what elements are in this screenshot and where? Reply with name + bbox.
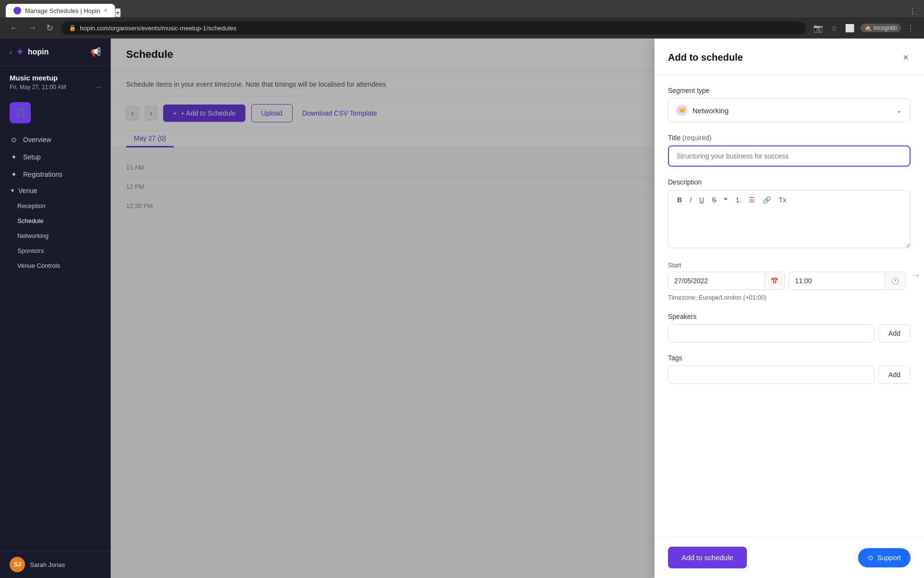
datetime-group: Start 📅 🕐 (668, 262, 911, 301)
active-tab[interactable]: Manage Schedules | Hopin × (6, 4, 115, 17)
sidebar-item-overview-label: Overview (23, 136, 51, 144)
tags-add-button[interactable]: Add (878, 366, 911, 384)
sidebar-item-venue-controls-label: Venue Controls (17, 262, 60, 269)
sidebar-item-networking[interactable]: Networking (0, 228, 111, 243)
blockquote-button[interactable]: ❝ (721, 194, 731, 206)
sidebar-item-overview[interactable]: ⊙ Overview (0, 131, 111, 148)
speakers-add-button[interactable]: Add (878, 324, 911, 342)
timezone-text: Timezone: Europe/London (+01:00) (668, 294, 911, 301)
sidebar-item-sponsors[interactable]: Sponsors (0, 243, 111, 258)
start-time-input[interactable] (789, 272, 885, 289)
italic-button[interactable]: I (687, 194, 694, 206)
start-time-wrap: 🕐 (789, 272, 906, 290)
speakers-label: Speakers (668, 313, 911, 320)
sidebar-header: ‹ ✦ hopin 📢 (0, 39, 111, 66)
more-options-icon[interactable]: ··· (96, 84, 101, 91)
description-textarea[interactable] (668, 210, 911, 248)
title-input[interactable] (668, 145, 911, 167)
forward-button[interactable]: → (26, 21, 38, 35)
support-button[interactable]: ⊙ Support (858, 548, 911, 567)
start-date-wrap: 📅 (668, 272, 785, 290)
segment-icon: 🤝 (676, 105, 688, 116)
datetime-row: Start 📅 🕐 (668, 262, 911, 290)
description-group: Description B I U S ❝ 1. ☰ 🔗 Tx (668, 178, 911, 250)
star-icon[interactable]: ☆ (829, 22, 839, 35)
sidebar-item-networking-label: Networking (17, 232, 49, 239)
sidebar-item-registrations[interactable]: ✦ Registrations (0, 166, 111, 183)
unordered-list-button[interactable]: ☰ (746, 194, 758, 206)
panel-footer: Add to schedule ⊙ Support (654, 537, 924, 578)
reload-button[interactable]: ↻ (44, 21, 55, 35)
sidebar-item-sponsors-label: Sponsors (17, 247, 44, 254)
arrow-icon: → (911, 271, 920, 281)
tab-favicon (13, 7, 21, 14)
event-name: Music meetup (10, 74, 101, 82)
segment-type-dropdown[interactable]: 🤝 Networking ⌄ (668, 98, 911, 122)
sidebar-item-venue[interactable]: ▼ Venue (0, 183, 111, 198)
avatar: SJ (10, 557, 25, 572)
sidebar-item-reception[interactable]: Reception (0, 198, 111, 213)
tags-input[interactable] (668, 366, 874, 384)
event-date-text: Fri, May 27, 11:00 AM (10, 84, 66, 91)
hopin-logo-icon: ✦ (16, 46, 24, 58)
address-bar[interactable]: 🔒 hopin.com/organisers/events/music-meet… (61, 22, 806, 35)
user-initials: SJ (14, 561, 21, 568)
extensions-icon[interactable]: ⬜ (843, 22, 857, 35)
sidebar-footer: SJ Sarah Jonas (0, 551, 111, 578)
sidebar: ‹ ✦ hopin 📢 Music meetup Fri, May 27, 11… (0, 39, 111, 578)
camera-icon[interactable]: 📷 (811, 22, 825, 35)
event-info: Music meetup Fri, May 27, 11:00 AM ··· (0, 66, 111, 98)
underline-button[interactable]: U (696, 194, 707, 206)
ordered-list-button[interactable]: 1. (732, 194, 744, 206)
bold-button[interactable]: B (674, 194, 685, 206)
description-label: Description (668, 178, 911, 186)
lock-icon: 🔒 (69, 25, 76, 31)
start-date-calendar-icon[interactable]: 📅 (764, 273, 784, 289)
menu-button[interactable]: ⋮ (905, 22, 916, 35)
event-date: Fri, May 27, 11:00 AM ··· (10, 84, 101, 91)
hopin-logo[interactable]: ✦ hopin (16, 46, 49, 58)
submit-button[interactable]: Add to schedule (668, 547, 747, 568)
title-label: Title (required) (668, 134, 911, 142)
support-icon: ⊙ (868, 554, 873, 562)
sidebar-item-registrations-label: Registrations (23, 171, 63, 178)
registrations-icon: ✦ (10, 171, 18, 178)
sidebar-item-schedule[interactable]: Schedule (0, 213, 111, 228)
tags-label: Tags (668, 354, 911, 362)
sidebar-nav: ⊙ Overview ✦ Setup ✦ Registrations ▼ Ven… (0, 127, 111, 551)
start-date-input[interactable] (668, 272, 764, 289)
tab-close-button[interactable]: × (104, 7, 107, 14)
new-tab-button[interactable]: + (115, 8, 121, 17)
url-text: hopin.com/organisers/events/music-meetup… (80, 25, 236, 32)
megaphone-icon[interactable]: 📢 (90, 47, 101, 57)
sidebar-back-button[interactable]: ‹ (10, 48, 12, 56)
segment-value-text: Networking (693, 106, 729, 115)
speakers-add-label: Add (888, 329, 900, 337)
incognito-icon: 🕵 (864, 25, 872, 31)
title-required: (required) (682, 134, 712, 142)
hopin-logo-text: hopin (28, 48, 49, 56)
sidebar-item-venue-controls[interactable]: Venue Controls (0, 258, 111, 273)
clear-format-button[interactable]: Tx (776, 194, 789, 206)
sidebar-item-reception-label: Reception (17, 202, 46, 210)
avatar-emoji: 🎵 (14, 107, 26, 118)
link-button[interactable]: 🔗 (760, 194, 774, 206)
speakers-input[interactable] (668, 324, 874, 342)
segment-type-label: Segment type (668, 87, 911, 94)
sidebar-item-venue-label: Venue (18, 187, 38, 195)
panel-header: Add to schedule × (654, 39, 924, 75)
more-options-button[interactable]: ⋮ (907, 4, 918, 17)
start-time-clock-icon[interactable]: 🕐 (885, 273, 905, 289)
speakers-group: Speakers Add (668, 313, 911, 342)
start-label: Start (668, 262, 906, 269)
sidebar-item-setup[interactable]: ✦ Setup (0, 148, 111, 166)
sidebar-item-setup-label: Setup (23, 153, 41, 161)
segment-type-group: Segment type 🤝 Networking ⌄ (668, 87, 911, 122)
back-button[interactable]: ← (8, 21, 20, 35)
submit-label: Add to schedule (681, 553, 733, 562)
start-group: Start 📅 🕐 (668, 262, 906, 290)
strikethrough-button[interactable]: S (709, 194, 719, 206)
speakers-row: Add (668, 324, 911, 342)
panel-close-button[interactable]: × (901, 50, 911, 65)
event-avatar: 🎵 (10, 102, 31, 123)
